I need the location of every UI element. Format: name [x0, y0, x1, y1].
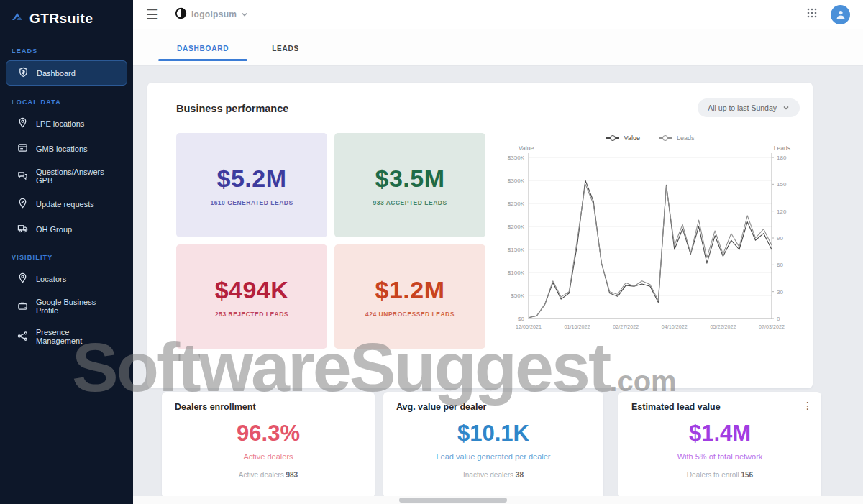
sidebar-item-google-business-profile[interactable]: Google Business Profile: [6, 292, 127, 321]
sidebar-item-label: Update requests: [36, 200, 94, 209]
card-footnote-label: Dealers to enroll: [687, 471, 739, 479]
card-title: Estimated lead value: [631, 402, 808, 412]
legend-item-leads[interactable]: Leads: [659, 134, 695, 142]
sidebar-item-dashboard[interactable]: Dashboard: [6, 60, 127, 86]
sidebar-section-local-data: LOCAL DATA LPE locations GMB locations Q…: [0, 98, 133, 241]
card-title: Dealers enrollment: [175, 402, 362, 412]
legend-item-value[interactable]: Value: [606, 134, 640, 142]
sidebar-item-label: Dashboard: [37, 69, 76, 78]
section-label: LEADS: [0, 47, 133, 55]
svg-text:$150K: $150K: [508, 247, 525, 253]
line-marker-icon: [606, 137, 619, 139]
card-subtitle: Lead value generated per dealer: [396, 452, 590, 461]
card-subtitle: With 5% of total network: [631, 452, 808, 461]
svg-text:02/27/2022: 02/27/2022: [613, 324, 639, 330]
chevron-down-icon: [782, 104, 790, 111]
svg-text:Leads: Leads: [774, 146, 790, 152]
svg-text:180: 180: [777, 155, 787, 161]
chart-legend: Value Leads: [498, 134, 802, 142]
date-filter-dropdown[interactable]: All up to last Sunday: [698, 98, 800, 117]
stat-value: $3.5M: [375, 165, 445, 193]
sidebar-section-visibility: VISIBILITY Locators Google Business Prof…: [0, 254, 133, 351]
chat-icon: [17, 170, 28, 183]
sidebar-item-gmb-locations[interactable]: GMB locations: [6, 137, 127, 160]
svg-text:90: 90: [777, 235, 783, 242]
hamburger-menu-icon[interactable]: ☰: [146, 7, 159, 22]
stat-card-generated: $5.2M 1610 GENERATED LEADS: [176, 133, 327, 237]
sidebar-item-label: Locators: [36, 275, 66, 283]
kebab-menu-icon[interactable]: ⋮: [803, 400, 813, 411]
stat-value: $5.2M: [217, 165, 287, 193]
brand-name: GTRsuite: [29, 11, 93, 27]
card-avg-value-per-dealer: Avg. value per dealer $10.1K Lead value …: [383, 392, 603, 498]
card-footnote: Dealers to enroll 156: [631, 471, 808, 479]
legend-label: Value: [624, 134, 640, 142]
locator-icon: [17, 272, 28, 285]
stat-label: 253 REJECTED LEADS: [215, 311, 288, 318]
topbar-right: [806, 5, 850, 24]
stat-grid: $5.2M 1610 GENERATED LEADS $3.5M 933 ACC…: [176, 133, 485, 377]
briefcase-icon: [17, 301, 28, 313]
truck-icon: [17, 223, 28, 235]
sidebar-item-label: Google Business Profile: [36, 298, 116, 315]
horizontal-scrollbar-thumb[interactable]: [399, 498, 507, 503]
card-footnote-label: Active dealers: [239, 471, 284, 479]
sidebar-section-leads: LEADS Dashboard: [0, 47, 133, 86]
sidebar-item-label: GMB locations: [36, 145, 88, 153]
svg-text:$300K: $300K: [508, 178, 525, 184]
topbar: ☰ logoipsum: [133, 0, 863, 29]
svg-text:0: 0: [777, 316, 780, 322]
svg-text:07/03/2022: 07/03/2022: [759, 324, 785, 330]
sidebar-item-presence-management[interactable]: Presence Management: [6, 322, 127, 351]
stat-value: $1.2M: [375, 276, 445, 304]
workspace-name: logoipsum: [191, 9, 237, 19]
svg-text:$200K: $200K: [508, 224, 525, 230]
card-footnote-label: Inactive dealers: [463, 471, 513, 479]
sidebar-item-locators[interactable]: Locators: [6, 267, 127, 290]
stat-label: 933 ACCEPTED LEADS: [373, 199, 447, 206]
stat-label: 1610 GENERATED LEADS: [210, 199, 293, 206]
card-subtitle: Active dealers: [175, 452, 362, 461]
performance-chart-svg: $350K$300K$250K$200K$150K$100K$50K$01801…: [498, 146, 802, 339]
brand: GTRsuite: [0, 0, 133, 35]
svg-text:01/16/2022: 01/16/2022: [565, 324, 590, 330]
sidebar-item-lpe-locations[interactable]: LPE locations: [6, 111, 127, 135]
app-root: GTRsuite LEADS Dashboard LOCAL DATA LPE …: [0, 0, 863, 504]
performance-chart: Value Leads $350K$300K$250K$200K$150K$10…: [498, 134, 802, 372]
sidebar-item-label: Presence Management: [36, 328, 116, 345]
svg-text:120: 120: [777, 209, 787, 215]
chevron-down-icon: [241, 8, 248, 21]
tab-leads[interactable]: LEADS: [253, 40, 318, 61]
sidebar-item-label: Questions/Answers GPB: [36, 168, 116, 185]
stat-card-rejected: $494K 253 REJECTED LEADS: [176, 244, 327, 349]
apps-grid-icon[interactable]: [806, 7, 818, 22]
card-dealers-enrollment: Dealers enrollment 96.3% Active dealers …: [162, 392, 375, 498]
stat-card-accepted: $3.5M 933 ACCEPTED LEADS: [334, 133, 485, 237]
svg-text:60: 60: [777, 262, 783, 268]
section-label: LOCAL DATA: [0, 98, 133, 106]
svg-text:$350K: $350K: [508, 155, 525, 161]
legend-label: Leads: [677, 134, 695, 142]
sidebar: GTRsuite LEADS Dashboard LOCAL DATA LPE …: [0, 0, 133, 504]
user-avatar[interactable]: [831, 5, 850, 24]
card-footnote: Active dealers 983: [175, 471, 362, 479]
tabs: DASHBOARD LEADS: [133, 29, 863, 61]
sidebar-item-update-requests[interactable]: Update requests: [6, 192, 127, 216]
brand-logo-icon: [10, 10, 24, 27]
card-footnote-value: 983: [286, 471, 298, 479]
network-icon: [17, 331, 28, 343]
tab-dashboard[interactable]: DASHBOARD: [158, 40, 247, 61]
svg-text:150: 150: [777, 181, 787, 188]
sidebar-item-oh-group[interactable]: OH Group: [6, 217, 127, 241]
listing-icon: [17, 142, 28, 155]
workspace-switcher[interactable]: logoipsum: [175, 7, 248, 22]
pin-icon: [17, 117, 28, 129]
sidebar-item-questions-answers[interactable]: Questions/Answers GPB: [6, 162, 127, 191]
pin-check-icon: [17, 198, 28, 210]
panel-title: Business performance: [176, 103, 288, 114]
svg-text:12/05/2021: 12/05/2021: [516, 324, 542, 330]
workspace-logo-icon: [175, 7, 187, 22]
card-value: $10.1K: [396, 421, 590, 446]
svg-text:$50K: $50K: [511, 293, 524, 299]
card-footnote-value: 38: [516, 471, 524, 479]
